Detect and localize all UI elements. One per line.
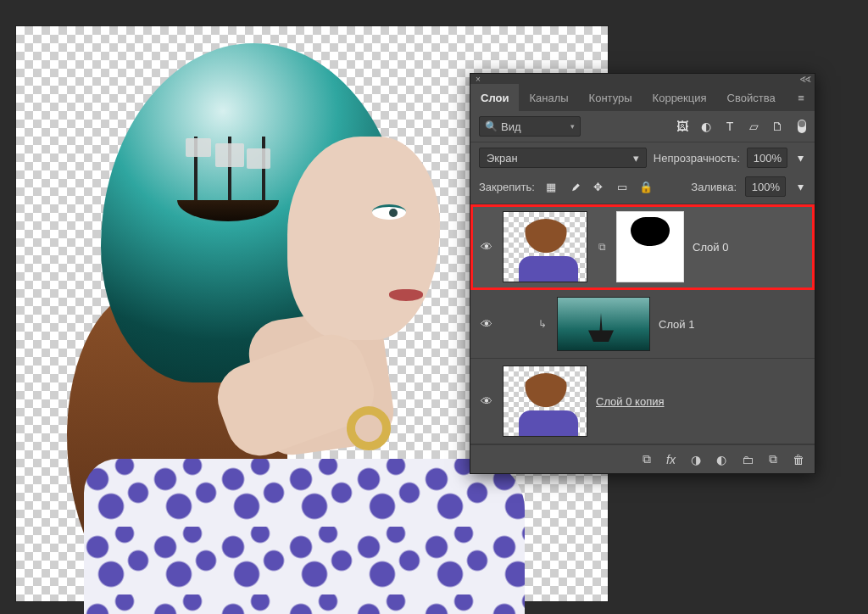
visibility-toggle-icon[interactable]: 👁 [479, 317, 494, 331]
filter-pixel-icon[interactable]: 🖼 [674, 118, 691, 135]
layers-list: 👁 ⧉ Слой 0 👁 ↳ Слой 1 👁 Слой 0 копия [470, 204, 815, 444]
artwork-lips [389, 289, 423, 301]
chevron-down-icon[interactable]: ▾ [794, 149, 806, 166]
lock-pixels-icon[interactable] [567, 179, 582, 194]
opacity-label: Непрозрачность: [654, 152, 740, 165]
blend-mode-select[interactable]: Экран ▾ [479, 148, 647, 168]
tab-layers[interactable]: Слои [470, 84, 519, 111]
lock-artboard-icon[interactable]: ▭ [615, 179, 630, 194]
layer-thumbnail[interactable] [503, 211, 587, 282]
tab-properties[interactable]: Свойства [717, 84, 786, 111]
new-layer-icon[interactable]: ⧉ [769, 452, 777, 466]
filter-type-icon[interactable]: T [721, 118, 738, 135]
filter-row: 🔍 Вид ▾ 🖼 ◐ T ▱ 🗋 [470, 111, 815, 142]
layers-bottom-bar: ⧉ fx ◑ ◐ 🗀 ⧉ 🗑 [470, 444, 815, 473]
visibility-toggle-icon[interactable]: 👁 [479, 394, 494, 408]
tab-channels[interactable]: Каналы [519, 84, 578, 111]
lock-label: Закрепить: [479, 181, 535, 193]
filter-shape-icon[interactable]: ▱ [745, 118, 762, 135]
layer-name[interactable]: Слой 1 [659, 318, 694, 331]
new-group-icon[interactable]: 🗀 [742, 453, 754, 466]
layer-row[interactable]: 👁 Слой 0 копия [470, 359, 815, 444]
tab-paths[interactable]: Контуры [579, 84, 643, 111]
chevron-down-icon: ▾ [633, 152, 639, 165]
filter-adjust-icon[interactable]: ◐ [698, 118, 715, 135]
blend-mode-value: Экран [487, 152, 518, 165]
chevron-down-icon: ▾ [570, 122, 575, 131]
mask-link-icon[interactable]: ⧉ [596, 241, 608, 253]
artwork-bracelet [347, 406, 391, 450]
layer-thumbnail[interactable] [503, 366, 587, 437]
search-icon: 🔍 [485, 120, 498, 132]
panel-titlebar[interactable]: × ∢∢ [470, 74, 815, 84]
link-layers-icon[interactable]: ⧉ [643, 452, 651, 466]
layers-panel: × ∢∢ Слои Каналы Контуры Коррекция Свойс… [470, 73, 815, 474]
fill-value-text: 100% [752, 181, 780, 193]
panel-menu-icon[interactable]: ≡ [793, 92, 810, 104]
layer-name[interactable]: Слой 0 копия [596, 395, 664, 408]
artwork-eye [372, 204, 406, 220]
layer-row[interactable]: 👁 ↳ Слой 1 [470, 290, 815, 359]
layer-filter-label: Вид [501, 120, 521, 133]
artwork-dress [84, 459, 525, 614]
artwork-sail [215, 143, 244, 167]
layer-mask-thumbnail[interactable] [616, 211, 684, 282]
layer-thumbnail[interactable] [557, 297, 650, 351]
close-icon[interactable]: × [476, 75, 481, 84]
new-adjustment-icon[interactable]: ◐ [716, 453, 726, 466]
fill-label: Заливка: [691, 181, 737, 193]
opacity-value-text: 100% [754, 152, 782, 165]
layer-filter-select[interactable]: 🔍 Вид ▾ [479, 116, 581, 137]
artwork-sail [247, 148, 270, 169]
lock-position-icon[interactable]: ✥ [591, 179, 606, 194]
artwork [50, 35, 491, 603]
layer-row[interactable]: 👁 ⧉ Слой 0 [470, 204, 815, 290]
panel-tabs: Слои Каналы Контуры Коррекция Свойства ≡ [470, 84, 815, 111]
lock-transparency-icon[interactable]: ▦ [543, 179, 559, 194]
visibility-toggle-icon[interactable]: 👁 [479, 240, 494, 254]
artwork-sail [186, 138, 211, 157]
layer-fx-icon[interactable]: fx [666, 453, 676, 466]
fill-value[interactable]: 100% [745, 176, 786, 197]
delete-layer-icon[interactable]: 🗑 [793, 453, 804, 466]
filter-toggle[interactable] [798, 120, 806, 133]
collapse-icon[interactable]: ∢∢ [799, 75, 810, 84]
blend-row: Экран ▾ Непрозрачность: 100% ▾ [470, 142, 815, 173]
artwork-face [287, 137, 440, 340]
add-mask-icon[interactable]: ◑ [691, 453, 701, 466]
lock-row: Закрепить: ▦ ✥ ▭ 🔒 Заливка: 100% ▾ [470, 173, 815, 204]
filter-smart-icon[interactable]: 🗋 [769, 118, 786, 135]
tab-adjustments[interactable]: Коррекция [643, 84, 717, 111]
lock-all-icon[interactable]: 🔒 [638, 179, 654, 194]
layer-name[interactable]: Слой 0 [693, 241, 728, 254]
opacity-value[interactable]: 100% [747, 148, 787, 168]
clipping-indicator-icon: ↳ [537, 318, 548, 330]
chevron-down-icon[interactable]: ▾ [794, 178, 806, 195]
